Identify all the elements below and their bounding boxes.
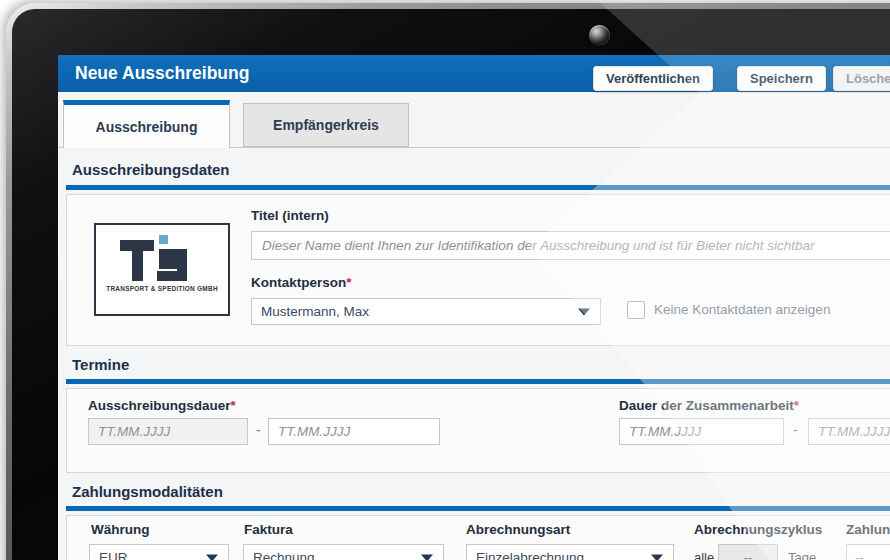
header-bar: Neue Ausschreibung Veröffentlichen Speic…: [58, 55, 890, 92]
panel-zahlungsmodalitaeten: Währung Faktura Abrechnungsart Abrechnun…: [66, 515, 890, 560]
chevron-down-icon: [651, 554, 663, 560]
waehrung-value: EUR: [99, 550, 128, 560]
required-asterisk: *: [231, 398, 236, 413]
required-asterisk: *: [346, 275, 351, 290]
section-title-ausschreibungsdaten: Ausschreibungsdaten: [72, 161, 230, 178]
titel-input[interactable]: [251, 231, 890, 260]
zyklus-suffix: Tage: [788, 550, 816, 560]
ausschreibungsdauer-bis-input[interactable]: [268, 418, 440, 445]
tab-empfaengerkreis[interactable]: Empfängerkreis: [243, 103, 409, 147]
required-asterisk: *: [794, 398, 799, 413]
waehrung-select[interactable]: EUR: [89, 544, 229, 560]
section-title-termine: Termine: [72, 356, 129, 373]
chevron-down-icon: [206, 554, 218, 560]
date-range-separator: -: [793, 422, 798, 438]
zahlungsziel-label: Zahlungsziel: [846, 522, 890, 537]
ts-logo-mark: [116, 235, 208, 285]
section-underline: [66, 379, 890, 384]
chevron-down-icon: [578, 308, 590, 315]
date-range-separator: -: [256, 422, 261, 438]
keine-kontaktdaten-label: Keine Kontaktdaten anzeigen: [654, 302, 830, 317]
faktura-label: Faktura: [244, 522, 293, 537]
zusammenarbeit-label: Dauer der Zusammenarbeit*: [619, 398, 799, 413]
titel-label: Titel (intern): [251, 208, 329, 223]
zusammenarbeit-von-input[interactable]: [619, 418, 784, 445]
ausschreibungsdauer-label: Ausschreibungsdauer*: [88, 398, 236, 413]
section-underline: [66, 506, 890, 511]
page-title: Neue Ausschreibung: [75, 55, 249, 92]
abrechnungszyklus-label: Abrechnungszyklus: [694, 522, 822, 537]
kontaktperson-select[interactable]: Mustermann, Max: [251, 298, 601, 325]
abrechnungsart-value: Einzelabrechnung: [476, 550, 584, 560]
zusammenarbeit-bis-input[interactable]: [808, 418, 890, 445]
faktura-select[interactable]: Rechnung: [243, 544, 444, 560]
abrechnungsart-select[interactable]: Einzelabrechnung: [466, 544, 674, 560]
zyklus-tage-input[interactable]: [718, 544, 778, 560]
keine-kontaktdaten-checkbox[interactable]: [627, 301, 645, 319]
company-logo-caption: TRANSPORT & SPEDITION GMBH: [101, 285, 222, 291]
chevron-down-icon: [421, 554, 433, 560]
section-underline: [66, 185, 890, 190]
delete-button[interactable]: Löschen: [833, 66, 890, 91]
camera-icon: [589, 25, 610, 46]
abrechnungsart-label: Abrechnungsart: [466, 522, 570, 537]
faktura-value: Rechnung: [253, 550, 315, 560]
section-title-zahlungsmodalitaeten: Zahlungsmodalitäten: [72, 483, 223, 500]
app-screen: Neue Ausschreibung Veröffentlichen Speic…: [58, 55, 890, 560]
waehrung-label: Währung: [91, 522, 150, 537]
kontaktperson-value: Mustermann, Max: [261, 304, 369, 319]
company-logo: TRANSPORT & SPEDITION GMBH: [94, 223, 230, 316]
kontaktperson-label: Kontaktperson*: [251, 275, 352, 290]
publish-button[interactable]: Veröffentlichen: [593, 66, 713, 91]
save-button[interactable]: Speichern: [737, 66, 826, 91]
ausschreibungsdauer-von-input[interactable]: [88, 418, 248, 445]
zahlungsziel-input[interactable]: [846, 544, 890, 560]
panel-ausschreibungsdaten: TRANSPORT & SPEDITION GMBH Titel (intern…: [66, 194, 890, 346]
tab-ausschreibung[interactable]: Ausschreibung: [63, 100, 230, 148]
panel-termine: Ausschreibungsdauer* - Dauer der Zusamme…: [66, 388, 890, 473]
zyklus-prefix: alle: [694, 550, 714, 560]
